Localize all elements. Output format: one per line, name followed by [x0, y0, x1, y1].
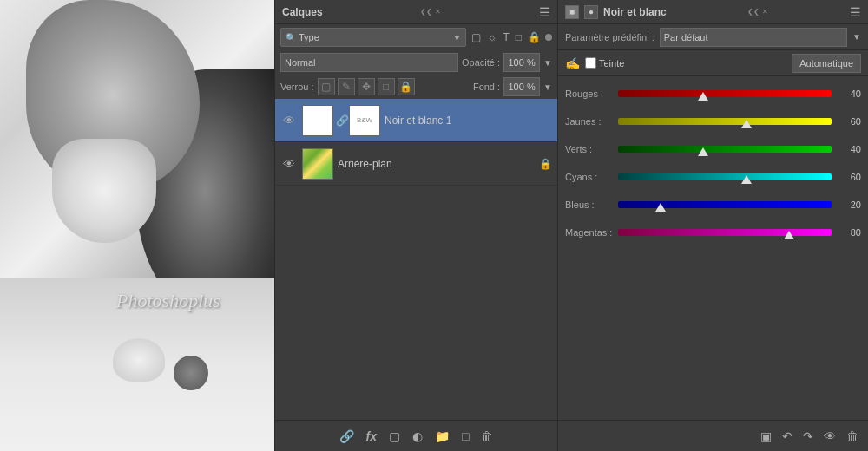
- lock-all-btn[interactable]: 🔒: [398, 78, 415, 95]
- search-input[interactable]: [299, 32, 453, 42]
- layer-row-background[interactable]: 👁 Arrière-plan 🔒: [275, 142, 557, 186]
- layer-name-adjustment: Noir et blanc 1: [385, 114, 552, 127]
- layer-thumb-wrap-adjustment: 🔗 B&W: [302, 105, 380, 136]
- lock-move-btn[interactable]: ✥: [358, 78, 375, 95]
- lock-paint-btn[interactable]: ✎: [338, 78, 355, 95]
- lock-artboard-btn[interactable]: □: [378, 78, 395, 95]
- slider-track-bleus[interactable]: [618, 201, 832, 208]
- layer-chain-icon: 🔗: [336, 114, 346, 127]
- filter-dot-icon[interactable]: [545, 34, 552, 41]
- slider-track-rouges[interactable]: [618, 90, 832, 97]
- opacity-input[interactable]: 100 %: [503, 53, 540, 72]
- layers-toolbar2: Normal Opacité : 100 % ▼: [275, 50, 557, 75]
- search-box[interactable]: 🔍 ▼: [280, 28, 466, 47]
- opacity-dropdown-icon[interactable]: ▼: [543, 58, 552, 68]
- layers-panel-top-icons: ❮❮ ✕: [420, 8, 441, 16]
- search-icon: 🔍: [286, 33, 296, 42]
- watermark-text: Photoshoplus: [116, 290, 220, 312]
- fill-label: Fond :: [473, 82, 500, 92]
- prop-delete-icon[interactable]: 🗑: [844, 427, 861, 446]
- filter-pixel-icon[interactable]: ▢: [470, 29, 483, 45]
- prop-preset-row: Paramètre prédéfini : Par défaut ▼: [558, 24, 868, 50]
- prop-close-icon[interactable]: ✕: [762, 8, 768, 16]
- layers-menu-icon[interactable]: ☰: [539, 5, 550, 19]
- layers-panel-header: Calques ❮❮ ✕ ☰: [275, 0, 557, 24]
- prop-stamp-icon[interactable]: ▣: [758, 427, 774, 446]
- search-dropdown-icon[interactable]: ▼: [453, 33, 462, 42]
- filter-icons: ▢ ☼ T □ 🔒: [470, 29, 552, 45]
- adjustment-icon[interactable]: ◐: [410, 427, 425, 446]
- fill-input[interactable]: 100 %: [503, 77, 540, 96]
- blend-mode-select[interactable]: Normal: [280, 53, 458, 72]
- canvas-area: Photoshoplus: [0, 0, 274, 451]
- slider-track-jaunes[interactable]: [618, 118, 832, 125]
- collapse-left-icon[interactable]: ❮❮: [420, 8, 432, 16]
- layer-thumb-wrap-background: [302, 148, 333, 180]
- lock-label: Verrou :: [280, 82, 314, 92]
- link-layers-icon[interactable]: 🔗: [337, 427, 357, 446]
- slider-value-verts: 40: [837, 144, 861, 154]
- slider-label-verts: Verts :: [565, 144, 613, 154]
- properties-panel: ■ ● Noir et blanc ❮❮ ✕ ☰ Paramètre prédé…: [557, 0, 868, 451]
- prop-tint-row: ✍ Teinte Automatique: [558, 50, 868, 76]
- slider-label-jaunes: Jaunes :: [565, 116, 613, 127]
- layers-toolbar3: Verrou : ▢ ✎ ✥ □ 🔒 Fond : 100 % ▼: [275, 75, 557, 99]
- slider-row-rouges: Rouges : 40: [565, 81, 861, 107]
- slider-track-cyans[interactable]: [618, 173, 832, 180]
- tint-checkbox[interactable]: [585, 57, 596, 69]
- canvas-image: Photoshoplus: [0, 0, 274, 451]
- properties-title-row: ■ ● Noir et blanc: [565, 5, 667, 19]
- slider-value-magentas: 80: [837, 227, 861, 238]
- slider-label-bleus: Bleus :: [565, 199, 613, 210]
- prop-preset-select[interactable]: Par défaut: [660, 28, 847, 47]
- slider-track-verts[interactable]: [618, 146, 832, 153]
- layer-thumb-background: [302, 148, 333, 180]
- filter-lock-icon[interactable]: 🔒: [526, 29, 542, 45]
- slider-row-cyans: Cyans : 60: [565, 164, 861, 190]
- new-layer-icon[interactable]: □: [459, 427, 471, 446]
- prop-mask-icon[interactable]: ●: [584, 5, 598, 19]
- hand-tool-icon[interactable]: ✍: [565, 56, 580, 70]
- lock-icons: ▢ ✎ ✥ □ 🔒: [318, 78, 415, 95]
- slider-label-rouges: Rouges :: [565, 88, 613, 99]
- layer-visibility-background[interactable]: 👁: [280, 157, 298, 171]
- close-panel-icon[interactable]: ✕: [435, 8, 441, 16]
- layers-panel-title: Calques: [282, 6, 323, 18]
- layer-thumb-adjustment-mask: [302, 105, 333, 136]
- lock-pixel-btn[interactable]: ▢: [318, 78, 335, 95]
- fill-dropdown-icon[interactable]: ▼: [543, 82, 552, 92]
- layers-toolbar1: 🔍 ▼ ▢ ☼ T □ 🔒: [275, 24, 557, 50]
- slider-row-verts: Verts : 40: [565, 136, 861, 162]
- properties-header: ■ ● Noir et blanc ❮❮ ✕ ☰: [558, 0, 868, 24]
- new-group-icon[interactable]: 📁: [432, 427, 452, 446]
- layer-name-background: Arrière-plan: [338, 158, 535, 170]
- preset-dropdown-arrow[interactable]: ▼: [852, 32, 861, 42]
- slider-value-jaunes: 60: [837, 116, 861, 127]
- properties-bottom-toolbar: ▣ ↶ ↷ 👁 🗑: [558, 420, 868, 451]
- prop-adjustment-icon[interactable]: ■: [565, 5, 579, 19]
- tint-label: Teinte: [599, 58, 624, 69]
- slider-row-magentas: Magentas : 80: [565, 219, 861, 245]
- delete-layer-icon[interactable]: 🗑: [478, 427, 496, 446]
- slider-label-magentas: Magentas :: [565, 227, 613, 238]
- filter-adjust-icon[interactable]: ☼: [485, 29, 498, 45]
- properties-top-icons: ❮❮ ✕: [747, 8, 768, 16]
- slider-label-cyans: Cyans :: [565, 172, 613, 182]
- auto-button[interactable]: Automatique: [792, 54, 861, 73]
- prop-redo-icon[interactable]: ↷: [800, 427, 816, 446]
- properties-menu-icon[interactable]: ☰: [850, 5, 861, 19]
- filter-text-icon[interactable]: T: [501, 29, 510, 45]
- layer-visibility-adjustment[interactable]: 👁: [280, 114, 298, 127]
- slider-row-bleus: Bleus : 20: [565, 192, 861, 218]
- fx-icon[interactable]: fx: [364, 427, 379, 446]
- prop-preset-label: Paramètre prédéfini :: [565, 32, 654, 42]
- add-mask-icon[interactable]: ▢: [386, 427, 403, 446]
- layer-row-adjustment[interactable]: 👁 🔗 B&W Noir et blanc 1: [275, 99, 557, 142]
- slider-track-magentas[interactable]: [618, 229, 832, 236]
- prop-undo-icon[interactable]: ↶: [779, 427, 795, 446]
- layers-bottom-toolbar: 🔗 fx ▢ ◐ 📁 □ 🗑: [275, 420, 557, 451]
- filter-shape-icon[interactable]: □: [514, 29, 523, 45]
- prop-visibility-icon[interactable]: 👁: [821, 427, 838, 446]
- prop-collapse-icon[interactable]: ❮❮: [747, 8, 760, 16]
- layers-panel: Calques ❮❮ ✕ ☰ 🔍 ▼ ▢ ☼ T □ 🔒 Normal Opac…: [274, 0, 557, 451]
